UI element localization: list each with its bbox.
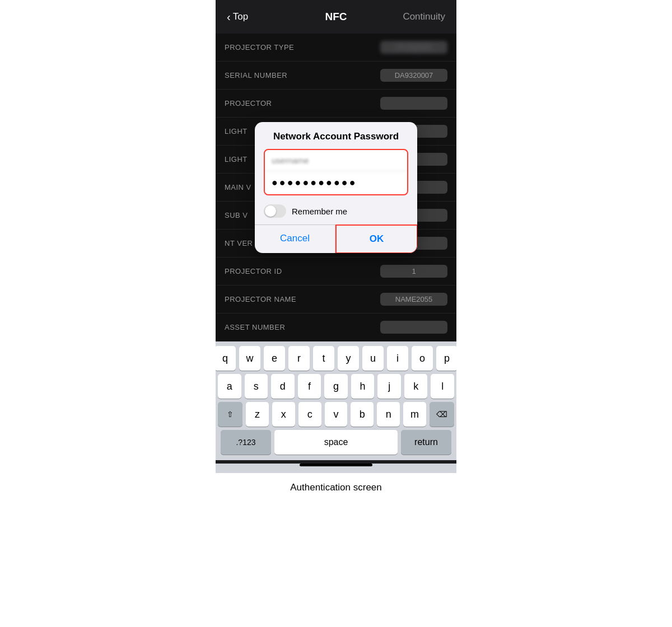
back-chevron-icon: ‹ <box>227 11 231 22</box>
key-x[interactable]: x <box>272 402 295 427</box>
modal-inputs-container: username ●●●●●●●●●●● <box>264 149 408 195</box>
password-field[interactable]: ●●●●●●●●●●● <box>265 171 407 194</box>
numbers-key[interactable]: .?123 <box>221 430 271 455</box>
return-key[interactable]: return <box>401 430 451 455</box>
key-h[interactable]: h <box>351 374 375 399</box>
key-w[interactable]: w <box>239 346 260 371</box>
key-e[interactable]: e <box>264 346 285 371</box>
key-t[interactable]: t <box>313 346 334 371</box>
modal-overlay: 4 Network Account Password username ●●●●… <box>216 34 456 341</box>
toggle-knob <box>265 205 276 217</box>
caption: Authentication screen <box>290 473 382 500</box>
key-l[interactable]: l <box>431 374 454 399</box>
keyboard-row-4: .?123 space return <box>218 430 454 455</box>
key-d[interactable]: d <box>271 374 295 399</box>
key-j[interactable]: j <box>377 374 401 399</box>
key-g[interactable]: g <box>324 374 348 399</box>
back-label: Top <box>233 11 248 22</box>
remember-me-label: Remember me <box>292 207 347 216</box>
nav-right-label: Continuity <box>403 11 445 22</box>
modal-title: Network Account Password <box>255 122 417 149</box>
ok-button[interactable]: OK <box>335 224 417 253</box>
remember-me-row: Remember me <box>255 202 417 224</box>
shift-key[interactable]: ⇧ <box>218 402 242 427</box>
key-z[interactable]: z <box>246 402 269 427</box>
key-s[interactable]: s <box>245 374 268 399</box>
nav-title: NFC <box>325 11 347 23</box>
home-indicator <box>300 464 372 466</box>
keyboard-row-3: ⇧ z x c v b n m ⌫ <box>218 402 454 427</box>
keyboard-row-2: a s d f g h j k l <box>218 374 454 399</box>
username-field[interactable]: username <box>265 150 407 171</box>
key-n[interactable]: n <box>377 402 400 427</box>
keyboard: q w e r t y u i o p a s d f g h j k <box>216 341 456 460</box>
key-q[interactable]: q <box>216 346 236 371</box>
key-k[interactable]: k <box>404 374 428 399</box>
key-r[interactable]: r <box>288 346 310 371</box>
screen-content: PROJECTOR TYPE PT-RQ35N SERIAL NUMBER DA… <box>216 34 456 341</box>
delete-key[interactable]: ⌫ <box>430 402 454 427</box>
key-p[interactable]: p <box>436 346 456 371</box>
key-i[interactable]: i <box>387 346 408 371</box>
modal-dialog: Network Account Password username ●●●●●●… <box>255 122 417 253</box>
key-f[interactable]: f <box>298 374 321 399</box>
cancel-button[interactable]: Cancel <box>255 225 335 253</box>
remember-me-toggle[interactable] <box>264 204 286 218</box>
keyboard-row-1: q w e r t y u i o p <box>218 346 454 371</box>
key-b[interactable]: b <box>351 402 374 427</box>
space-key[interactable]: space <box>274 430 398 455</box>
key-a[interactable]: a <box>218 374 241 399</box>
key-o[interactable]: o <box>412 346 433 371</box>
back-button[interactable]: ‹ Top <box>227 11 248 22</box>
key-u[interactable]: u <box>362 346 384 371</box>
key-y[interactable]: y <box>338 346 359 371</box>
key-c[interactable]: c <box>298 402 321 427</box>
key-m[interactable]: m <box>403 402 426 427</box>
navigation-bar: ‹ Top NFC Continuity <box>216 0 456 34</box>
key-v[interactable]: v <box>325 402 348 427</box>
modal-buttons: Cancel OK <box>255 224 417 253</box>
